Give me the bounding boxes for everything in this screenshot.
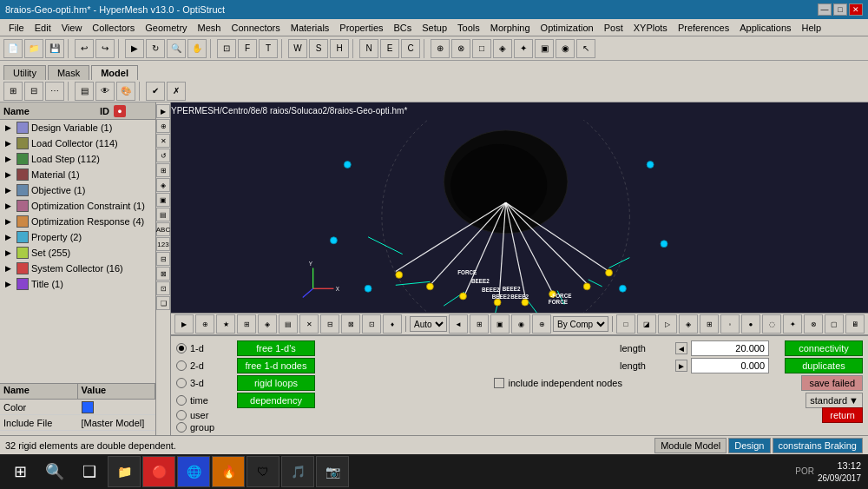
btn-save-failed[interactable]: save failed bbox=[801, 375, 863, 391]
menu-materials[interactable]: Materials bbox=[286, 21, 335, 35]
task-view-button[interactable]: ❑ bbox=[73, 456, 106, 487]
tb-shade[interactable]: S bbox=[309, 39, 328, 58]
btn-free-1ds[interactable]: free 1-d's bbox=[237, 340, 315, 356]
vtb-view4[interactable]: ◈ bbox=[679, 314, 698, 334]
tb-cursor[interactable]: ↖ bbox=[576, 39, 595, 58]
btn-rigid-loops[interactable]: rigid loops bbox=[237, 375, 315, 391]
tree-item-load-step[interactable]: ▶ Load Step (112) bbox=[0, 151, 155, 167]
side-btn-4[interactable]: ↺ bbox=[156, 149, 170, 162]
vtb-view2[interactable]: ◪ bbox=[637, 314, 656, 334]
tb-save[interactable]: 💾 bbox=[45, 39, 64, 58]
expand-icon[interactable]: ▶ bbox=[5, 155, 14, 163]
expand-icon[interactable]: ▶ bbox=[5, 123, 14, 132]
side-btn-10[interactable]: 123 bbox=[156, 237, 170, 251]
tree-item-material[interactable]: ▶ Material (1) bbox=[0, 167, 155, 182]
tb-undo[interactable]: ↩ bbox=[75, 39, 94, 58]
tb-extra5[interactable]: ✦ bbox=[514, 39, 533, 58]
include-nodes-checkbox[interactable] bbox=[494, 378, 504, 388]
tb-pan[interactable]: ✋ bbox=[187, 39, 207, 58]
vtb-btn9[interactable]: ⊠ bbox=[341, 314, 360, 334]
btn-connectivity[interactable]: connectivity bbox=[785, 340, 863, 356]
tb-select[interactable]: ▶ bbox=[125, 39, 144, 58]
expand-icon[interactable]: ▶ bbox=[5, 233, 14, 241]
vtb-btn4[interactable]: ⊞ bbox=[237, 314, 256, 334]
vtb-view7[interactable]: ● bbox=[741, 314, 760, 334]
expand-icon[interactable]: ▶ bbox=[5, 280, 14, 288]
tree-item-set[interactable]: ▶ Set (255) bbox=[0, 245, 155, 261]
menu-geometry[interactable]: Geometry bbox=[140, 21, 192, 35]
side-btn-14[interactable]: ❑ bbox=[156, 296, 170, 310]
tree-item-opt-response[interactable]: ▶ Optimization Response (4) bbox=[0, 214, 155, 229]
menu-xyplots[interactable]: XYPlots bbox=[628, 21, 673, 35]
tab-model[interactable]: Model bbox=[91, 65, 138, 80]
length-value-2[interactable] bbox=[691, 358, 769, 373]
tb-rotate[interactable]: ↻ bbox=[146, 39, 165, 58]
color-swatch[interactable] bbox=[82, 401, 94, 413]
vtb-btn11[interactable]: ♦ bbox=[383, 314, 402, 334]
tb-top[interactable]: T bbox=[259, 39, 278, 58]
expand-icon[interactable]: ▶ bbox=[5, 202, 14, 210]
vtb-btn8[interactable]: ⊟ bbox=[320, 314, 339, 334]
vtb-view10[interactable]: ⊗ bbox=[804, 314, 823, 334]
tree-item-system-collector[interactable]: ▶ System Collector (16) bbox=[0, 261, 155, 276]
side-btn-11[interactable]: ⊟ bbox=[156, 252, 170, 266]
vtb-view9[interactable]: ✦ bbox=[783, 314, 802, 334]
side-btn-9[interactable]: ABC bbox=[156, 222, 170, 236]
tb-extra4[interactable]: ◈ bbox=[493, 39, 512, 58]
viewport[interactable]: Model Info: C:/Users/Rodrigo Monte/Deskt… bbox=[171, 102, 868, 313]
taskbar-explorer[interactable]: 📁 bbox=[108, 456, 141, 487]
menu-help[interactable]: Help bbox=[797, 21, 827, 35]
side-btn-6[interactable]: ◈ bbox=[156, 178, 170, 192]
menu-tools[interactable]: Tools bbox=[452, 21, 485, 35]
tb-wire[interactable]: W bbox=[288, 39, 307, 58]
vtb-btn2[interactable]: ⊕ bbox=[195, 314, 214, 334]
auto-dropdown[interactable]: Auto bbox=[410, 316, 447, 332]
expand-icon[interactable]: ▶ bbox=[5, 170, 14, 179]
btn-duplicates[interactable]: duplicates bbox=[785, 358, 863, 373]
tree-item-opt-constraint[interactable]: ▶ Optimization Constraint (1) bbox=[0, 198, 155, 214]
menu-view[interactable]: View bbox=[56, 21, 88, 35]
side-btn-2[interactable]: ⊕ bbox=[156, 119, 170, 133]
tb-zoom[interactable]: 🔍 bbox=[167, 39, 186, 58]
by-comp-dropdown[interactable]: By Comp bbox=[553, 316, 608, 332]
radio-1d[interactable] bbox=[176, 343, 187, 354]
expand-icon[interactable]: ▶ bbox=[5, 264, 14, 273]
tb-extra2[interactable]: ⊗ bbox=[451, 39, 470, 58]
tb-hide[interactable]: H bbox=[330, 39, 349, 58]
vtb-view5[interactable]: ⊞ bbox=[700, 314, 719, 334]
tb-open[interactable]: 📁 bbox=[24, 39, 43, 58]
side-btn-8[interactable]: ▤ bbox=[156, 208, 170, 221]
side-btn-12[interactable]: ⊠ bbox=[156, 267, 170, 281]
vtb-view12[interactable]: 🖥 bbox=[845, 314, 865, 334]
menu-properties[interactable]: Properties bbox=[334, 21, 388, 35]
tree-item-objective[interactable]: ▶ Objective (1) bbox=[0, 182, 155, 198]
taskbar-chrome[interactable]: 🌐 bbox=[177, 456, 210, 487]
menu-connectors[interactable]: Connectors bbox=[226, 21, 285, 35]
taskbar-photo[interactable]: 📷 bbox=[316, 456, 349, 487]
tb2-btn3[interactable]: ⋯ bbox=[45, 82, 64, 101]
tb2-comp[interactable]: ▤ bbox=[75, 82, 94, 101]
tb-comp[interactable]: C bbox=[401, 39, 420, 58]
vtb-btn5[interactable]: ◈ bbox=[258, 314, 277, 334]
tb2-btn1[interactable]: ⊞ bbox=[3, 82, 23, 101]
vtb-btn6[interactable]: ▤ bbox=[279, 314, 298, 334]
menu-bcs[interactable]: BCs bbox=[389, 21, 418, 35]
taskbar-redapp[interactable]: 🔴 bbox=[142, 456, 175, 487]
tb2-check[interactable]: ✔ bbox=[146, 82, 165, 101]
tree-item-design-variable[interactable]: ▶ Design Variable (1) bbox=[0, 120, 155, 135]
menu-preferences[interactable]: Preferences bbox=[673, 21, 734, 35]
menu-morphing[interactable]: Morphing bbox=[485, 21, 536, 35]
tb2-btn2[interactable]: ⊟ bbox=[24, 82, 43, 101]
tab-utility[interactable]: Utility bbox=[3, 65, 46, 80]
radio-3d[interactable] bbox=[176, 378, 187, 388]
expand-icon[interactable]: ▶ bbox=[5, 139, 14, 148]
taskbar-shield[interactable]: 🛡 bbox=[247, 456, 279, 487]
taskbar-music[interactable]: 🎵 bbox=[281, 456, 314, 487]
expand-icon[interactable]: ▶ bbox=[5, 217, 14, 226]
side-btn-7[interactable]: ▣ bbox=[156, 193, 170, 207]
tb-new[interactable]: 📄 bbox=[3, 39, 23, 58]
start-button[interactable]: ⊞ bbox=[3, 456, 36, 487]
tb2-color[interactable]: 🎨 bbox=[116, 82, 135, 101]
menu-post[interactable]: Post bbox=[599, 21, 628, 35]
side-btn-1[interactable]: ▶ bbox=[156, 104, 170, 118]
